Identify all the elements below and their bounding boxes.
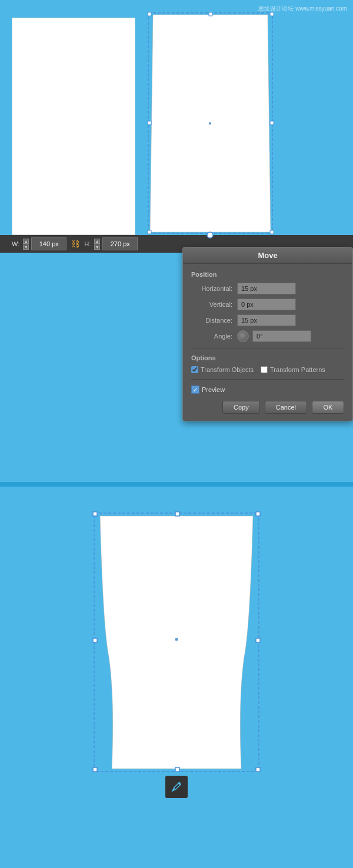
w-down-btn[interactable]: ▼: [23, 244, 29, 250]
bottom-section: [0, 487, 353, 839]
svg-point-2: [209, 122, 211, 125]
left-canvas: [12, 18, 135, 235]
svg-rect-19: [175, 768, 179, 772]
position-section-label: Position: [191, 271, 344, 278]
w-spinner[interactable]: ▲ ▼: [23, 239, 29, 250]
svg-rect-16: [175, 512, 179, 516]
cup-svg: [91, 510, 262, 804]
svg-point-3: [207, 232, 213, 238]
ok-button[interactable]: OK: [312, 401, 344, 414]
preview-label: Preview: [202, 386, 225, 393]
svg-rect-4: [148, 12, 151, 16]
transform-patterns-checkbox[interactable]: [261, 366, 268, 373]
h-spinner[interactable]: ▲ ▼: [94, 239, 100, 250]
copy-button[interactable]: Copy: [222, 401, 260, 414]
preview-checkbox-visual[interactable]: ✓: [191, 386, 199, 394]
dialog-title-bar: Move: [183, 247, 352, 264]
cancel-button[interactable]: Cancel: [265, 401, 307, 414]
h-up-btn[interactable]: ▲: [94, 239, 100, 244]
svg-point-20: [175, 638, 178, 641]
w-input[interactable]: [31, 237, 66, 250]
w-label: W:: [12, 240, 19, 247]
svg-rect-15: [256, 768, 260, 772]
transform-patterns-label: Transform Patterns: [270, 366, 325, 373]
move-dialog: Move Position Horizontal: Vertical: Dist…: [182, 247, 353, 421]
cup-container: [91, 510, 262, 804]
horizontal-label: Horizontal:: [191, 285, 232, 292]
svg-rect-12: [93, 512, 97, 516]
svg-rect-18: [256, 638, 260, 642]
svg-rect-9: [148, 121, 151, 125]
svg-point-21: [178, 782, 181, 785]
svg-rect-5: [270, 12, 274, 16]
right-canvas-svg: [147, 12, 274, 241]
transform-objects-label: Transform Objects: [201, 366, 254, 373]
pen-tool-icon-container: [165, 776, 188, 798]
w-up-btn[interactable]: ▲: [23, 239, 29, 244]
h-down-btn[interactable]: ▼: [94, 244, 100, 250]
pen-icon: [165, 776, 188, 798]
angle-wheel[interactable]: [237, 330, 249, 342]
svg-rect-7: [270, 230, 274, 234]
vertical-label: Vertical:: [191, 301, 232, 308]
svg-rect-13: [256, 512, 260, 516]
link-icon: ⛓: [71, 239, 79, 249]
vertical-input[interactable]: [237, 299, 296, 310]
section-divider: [0, 482, 353, 487]
angle-input[interactable]: [252, 330, 311, 342]
dialog-title: Move: [258, 251, 277, 260]
svg-rect-14: [93, 768, 97, 772]
horizontal-input[interactable]: [237, 283, 296, 294]
svg-rect-8: [209, 12, 212, 16]
distance-label: Distance:: [191, 317, 232, 324]
svg-rect-17: [93, 638, 97, 642]
h-input[interactable]: [102, 237, 138, 250]
angle-label: Angle:: [191, 333, 232, 340]
h-label: H:: [84, 240, 91, 247]
svg-rect-10: [270, 121, 274, 125]
svg-rect-6: [148, 230, 151, 234]
options-section-label: Options: [191, 354, 344, 361]
distance-input[interactable]: [237, 314, 296, 326]
transform-objects-checkbox[interactable]: [191, 366, 198, 373]
